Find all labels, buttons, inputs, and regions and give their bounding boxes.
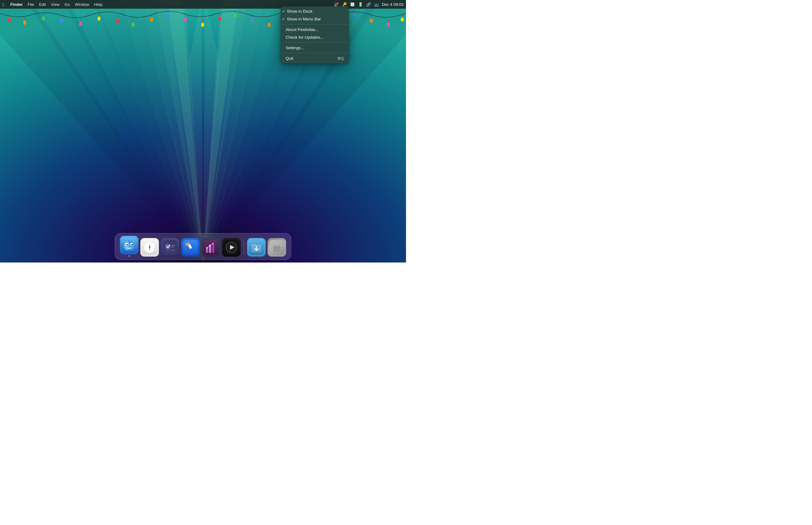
- svg-rect-134: [275, 243, 278, 244]
- check-updates-label: Check for Updates...: [286, 35, 344, 40]
- omnifocus-icon: [161, 238, 180, 257]
- svg-rect-118: [209, 246, 211, 253]
- apple-menu[interactable]: : [2, 2, 4, 7]
- safari-icon: [140, 238, 159, 257]
- dock-item-teleprompter[interactable]: [202, 238, 220, 257]
- svg-rect-129: [251, 244, 256, 245]
- svg-rect-109: [171, 245, 175, 246]
- menu-file[interactable]: File: [28, 2, 34, 7]
- dock-item-downloads[interactable]: [247, 238, 266, 257]
- dock-item-finder[interactable]: [120, 236, 139, 257]
- menu-help[interactable]: Help: [94, 2, 103, 7]
- display-icon[interactable]: 📺: [374, 2, 379, 7]
- menu-edit[interactable]: Edit: [39, 2, 46, 7]
- menu-item-settings[interactable]: Settings...: [281, 44, 349, 52]
- menu-item-show-in-menu-bar[interactable]: ✓ Show in Menu Bar: [281, 15, 349, 23]
- about-label: About Festivitas...: [286, 27, 344, 32]
- menu-item-show-in-dock[interactable]: ✓ Show in Dock: [281, 7, 349, 15]
- quicktime-icon: [222, 238, 241, 257]
- svg-point-106: [149, 247, 150, 248]
- menu-item-about[interactable]: About Festivitas...: [281, 26, 349, 33]
- link-icon[interactable]: 🔗: [366, 2, 371, 7]
- dock: [115, 233, 291, 260]
- battery-icon[interactable]: 🔋: [358, 2, 363, 7]
- svg-point-98: [132, 244, 133, 245]
- checkmark-menu-bar: ✓: [282, 17, 285, 21]
- quit-shortcut: ⌘Q: [337, 56, 344, 61]
- svg-rect-112: [171, 250, 174, 251]
- downloads-icon: [247, 238, 266, 257]
- svg-rect-110: [171, 247, 174, 247]
- svg-rect-111: [166, 250, 170, 251]
- menu-item-quit[interactable]: Quit ⌘Q: [281, 55, 349, 62]
- svg-point-97: [126, 244, 128, 245]
- menu-item-check-updates[interactable]: Check for Updates...: [281, 33, 349, 41]
- dock-separator: [244, 239, 244, 254]
- dock-item-xcode[interactable]: [181, 238, 200, 257]
- dock-item-safari[interactable]: [140, 238, 159, 257]
- app-name[interactable]: Finder: [10, 2, 22, 7]
- svg-rect-117: [206, 249, 208, 253]
- checkmark-dock: ✓: [282, 9, 285, 14]
- datetime: Dec 4 09:03: [382, 2, 403, 7]
- trash-icon: [268, 238, 286, 257]
- menu-go[interactable]: Go: [65, 2, 70, 7]
- divider-1: [281, 24, 349, 25]
- menubar-left:  Finder File Edit View Go Window Help: [2, 2, 103, 7]
- show-in-menu-bar-label: Show in Menu Bar: [287, 17, 344, 21]
- finder-icon: [120, 236, 139, 254]
- quit-label: Quit: [286, 56, 335, 61]
- menu-view[interactable]: View: [51, 2, 60, 7]
- divider-2: [281, 42, 349, 43]
- xcode-icon: [181, 238, 200, 257]
- menu-window[interactable]: Window: [75, 2, 89, 7]
- dock-item-omnifocus[interactable]: [161, 238, 180, 257]
- context-menu: ✓ Show in Dock ✓ Show in Menu Bar About …: [281, 6, 349, 63]
- dock-item-quicktime[interactable]: [222, 238, 241, 257]
- svg-rect-119: [212, 244, 214, 253]
- show-in-dock-label: Show in Dock: [287, 9, 344, 14]
- divider-3: [281, 53, 349, 53]
- settings-label: Settings...: [286, 45, 344, 50]
- teleprompter-icon: [202, 238, 220, 257]
- screen-icon[interactable]: ⬜: [350, 2, 355, 7]
- finder-dot: [129, 255, 130, 257]
- dock-item-trash[interactable]: [268, 238, 286, 257]
- desktop:  Finder File Edit View Go Window Help 🎉…: [0, 0, 406, 262]
